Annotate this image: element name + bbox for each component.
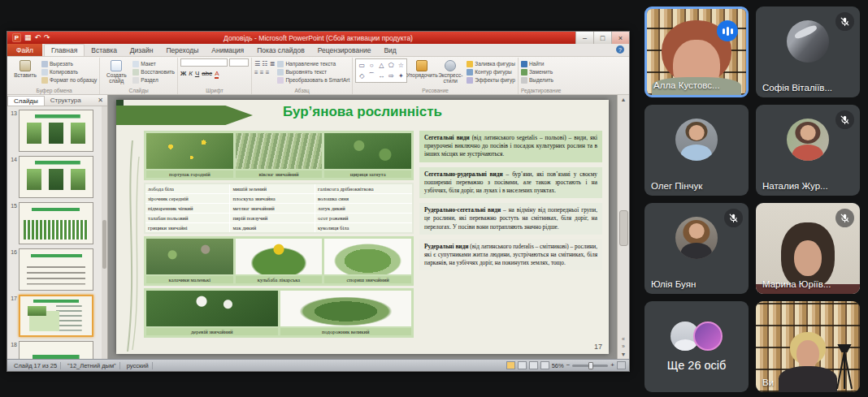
tab-animations[interactable]: Анимация [205,45,250,56]
bullets-button[interactable]: ☰ ☷ ≣ [254,60,276,67]
maximize-button[interactable]: □ [593,32,611,44]
zoom-in-icon[interactable]: + [610,362,614,369]
current-slide[interactable]: Бур’янова рослинність портулак городній [116,100,609,354]
participant-tile-oleh[interactable]: Олег Пінчук [644,105,749,196]
table-cell: пирій повзучий [230,214,314,222]
select-button[interactable]: Выделить [521,76,553,84]
table-cell: талабан польовий [145,214,229,222]
save-icon[interactable]: ▦ [24,34,32,41]
tab-insert[interactable]: Вставка [85,45,124,56]
shape-effects-button[interactable]: Эффекты фигур [467,76,515,84]
scrollbar-thumb[interactable] [619,210,628,246]
participant-grid: Алла Кустовс... Софія Віталіїв... Олег П… [639,0,868,397]
tab-design[interactable]: Дизайн [124,45,160,56]
fit-to-window-button[interactable] [617,361,626,369]
bold-button[interactable]: Ж [180,70,186,79]
avatar [675,119,718,161]
pane-close-icon[interactable]: ✕ [93,97,107,104]
tab-slideshow[interactable]: Показ слайдов [250,45,311,56]
paste-button[interactable]: Вставить [11,58,39,78]
participant-tile-self[interactable]: Ви [756,301,860,392]
tab-outline[interactable]: Структура [45,96,87,105]
slide-thumbnail-18[interactable]: 18 [9,341,106,359]
scissors-icon [41,61,48,67]
section-button[interactable]: Раздел [132,76,175,84]
zoom-slider-knob[interactable] [588,362,593,369]
redo-icon[interactable]: ↷ [44,34,50,41]
minimize-button[interactable]: – [575,32,593,44]
scroll-down-icon[interactable]: ▼ [621,350,627,359]
participant-tile-natalia[interactable]: Наталия Жур... [756,105,860,196]
participant-name: Юлія Буян [651,279,696,289]
reset-button[interactable]: Восстановить [132,68,175,76]
quick-styles-button[interactable]: Экспресс-стили [436,58,464,84]
pane-scrollbar[interactable] [102,106,107,359]
arrange-button[interactable]: Упорядочить [410,58,434,78]
shape-fill-button[interactable]: Заливка фигуры [467,60,515,67]
group-label: Абзац [254,88,349,94]
language-indicator[interactable]: русский [124,362,153,369]
tab-transitions[interactable]: Переходы [159,45,205,56]
new-slide-button[interactable]: Создать слайд [102,58,130,84]
slide-sorter-view-button[interactable] [518,361,527,369]
next-slide-icon[interactable]: » [622,343,625,350]
layout-icon [132,61,139,67]
replace-button[interactable]: Заменить [521,68,553,76]
smartart-button[interactable]: Преобразовать в SmartArt [277,76,349,84]
close-button[interactable]: × [611,32,629,44]
vertical-scrollbar[interactable]: ▲ « » ▼ [617,95,629,359]
smartart-icon [277,77,284,84]
help-icon[interactable]: ? [616,45,624,54]
tab-file[interactable]: Файл [7,44,42,56]
align-text-button[interactable]: Выровнять текст [277,68,349,76]
slide-thumbnail-15[interactable]: 15 [9,202,106,244]
thumbnail-number: 15 [9,202,17,209]
layout-button[interactable]: Макет [132,60,175,67]
find-button[interactable]: Найти [521,60,553,67]
window-titlebar[interactable]: P ▦ ↶ ↷ Доповідь - Microsoft PowerPoint … [7,32,629,44]
scroll-up-icon[interactable]: ▲ [621,95,627,104]
slide-thumbnail-14[interactable]: 14 [9,156,106,198]
ribbon-group-slides: Создать слайд Макет Восстановить Раздел … [100,58,178,94]
definition-ruderal-segetal: Рудерально-сегетальні види – на відміну … [419,203,602,235]
previous-slide-icon[interactable]: « [622,335,625,343]
tab-view[interactable]: Вид [377,45,402,56]
zoom-out-icon[interactable]: − [566,362,571,369]
plant-photo-amaranth [324,133,411,169]
slide-thumbnail-13[interactable]: 13 [9,110,106,152]
format-painter-button[interactable]: Формат по образцу [41,76,97,84]
underline-button[interactable]: Ч [195,70,199,79]
pane-tab-bar: Слайды Структура ✕ [7,95,107,106]
font-size-select[interactable] [229,58,249,67]
participant-tile-maryna[interactable]: Марина Юріїв... [756,203,860,294]
copy-button[interactable]: Копировать [41,68,97,76]
tab-review[interactable]: Рецензирование [311,45,378,56]
font-name-select[interactable] [180,58,228,67]
normal-view-button[interactable] [506,361,515,369]
strikethrough-button[interactable]: abc [202,70,212,79]
photo-caption: щириця загнута [324,170,411,178]
tab-home[interactable]: Главная [44,44,85,56]
shape-outline-button[interactable]: Контур фигуры [467,68,515,76]
shapes-gallery[interactable]: ▭○△⬠☆ ◇⌒↔⇨✦ [355,58,407,83]
slideshow-view-button[interactable] [540,361,549,369]
font-color-button[interactable]: А [215,70,219,79]
group-label: Редактирование [521,88,562,94]
zoom-slider[interactable] [572,365,608,367]
participant-tile-overflow[interactable]: Ще 26 осіб [644,301,749,392]
align-buttons[interactable]: ≡ ≡ ≡ [254,69,276,76]
participant-name: Наталия Жур... [762,181,828,191]
slide-thumbnail-16[interactable]: 16 [9,248,106,291]
cut-button[interactable]: Вырезать [41,60,97,67]
participant-tile-alla[interactable]: Алла Кустовс... [644,6,749,97]
italic-button[interactable]: К [189,70,193,79]
slide-thumbnail-17-selected[interactable]: 17 [9,295,106,337]
photo-caption: подорожник великий [280,328,412,335]
participant-tile-yulia[interactable]: Юлія Буян [644,203,749,294]
participant-tile-sofia[interactable]: Софія Віталіїв... [756,6,860,97]
text-direction-button[interactable]: Направление текста [277,60,349,67]
tab-slides[interactable]: Слайды [7,96,45,106]
reading-view-button[interactable] [529,361,538,369]
undo-icon[interactable]: ↶ [35,34,41,41]
reset-icon [132,69,139,76]
